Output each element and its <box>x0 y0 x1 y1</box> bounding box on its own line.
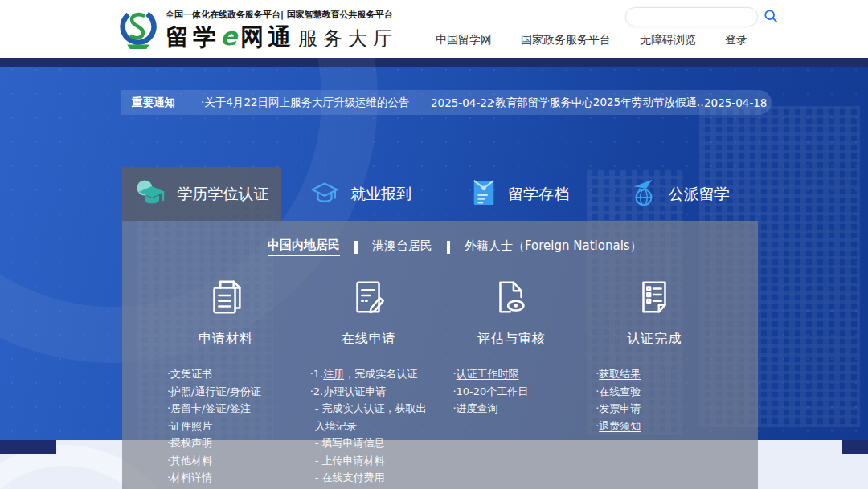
tab-separator <box>354 241 358 254</box>
step-title: 申请材料 <box>199 331 253 348</box>
list-item: ·获取结果 <box>596 365 713 383</box>
platform-line: 全国一体化在线政务服务平台| 国家智慧教育公共服务平台 <box>166 6 398 21</box>
notice-date-2: 2025-04-18 <box>704 96 762 109</box>
tab-mainland-residents[interactable]: 中国内地居民 <box>268 238 340 256</box>
list-text: ·授权声明 <box>167 437 212 449</box>
list-item: ·发票申请 <box>596 400 713 418</box>
list-item: ·在线查验 <box>596 383 713 401</box>
list-text: ·居留卡/签证/签注 <box>167 402 251 414</box>
list-text: ·证件照片 <box>167 420 212 432</box>
plane-globe-icon <box>628 177 658 211</box>
list-text: - 完成实人认证，获取出 <box>315 402 427 414</box>
list-item: - 在线支付费用 <box>310 469 428 487</box>
notice-link-2[interactable]: ·教育部留学服务中心2025年劳动节放假通… <box>492 96 704 110</box>
list-text: - 在线支付费用 <box>315 471 385 483</box>
tab-government-sponsored[interactable]: 公派留学 <box>599 167 758 221</box>
list-text: ·10-20个工作日 <box>452 385 528 397</box>
list-item: ·认证工作时限 <box>452 365 570 383</box>
site-header: 全国一体化在线政务服务平台| 国家智慧教育公共服务平台 留学 e 网通 服务大厅 <box>0 0 868 58</box>
list-link[interactable]: 进度查询 <box>457 402 498 414</box>
list-item: ·授权声明 <box>167 434 285 452</box>
tab-label: 公派留学 <box>669 184 730 205</box>
list-link[interactable]: 认证工作时限 <box>457 368 519 380</box>
list-link[interactable]: 注册 <box>323 368 344 380</box>
list-link[interactable]: 获取结果 <box>599 368 641 380</box>
process-steps: 申请材料 在线申请 <box>154 275 726 348</box>
list-item: ·退费须知 <box>596 418 713 435</box>
step-application-materials: 申请材料 <box>154 275 297 348</box>
tab-label: 留学存档 <box>508 184 569 205</box>
list-link[interactable]: 发票申请 <box>599 402 641 414</box>
notice-date-1: 2025-04-22 <box>431 96 492 109</box>
list-item: - 上传申请材料 <box>310 452 428 470</box>
graduation-cap-outline-icon <box>309 179 340 210</box>
list-item: ·护照/通行证/身份证 <box>167 383 285 401</box>
step-online-application: 在线申请 <box>297 275 440 348</box>
notice-bar: 重要通知 ·关于4月22日网上服务大厅升级运维的公告 2025-04-22 ·教… <box>121 90 772 115</box>
list-item: - 完成实人认证，获取出 <box>310 400 428 418</box>
search-input[interactable] <box>626 8 764 26</box>
document-edit-icon <box>347 275 391 322</box>
resident-tabs: 中国内地居民 港澳台居民 外籍人士（Foreign Nationals） <box>122 221 758 256</box>
list-review: ·认证工作时限·10-20个工作日·进度查询 <box>440 365 583 487</box>
brand-part1: 留学 <box>166 22 220 54</box>
banner-corner-right <box>842 440 868 454</box>
nav-item-cscse[interactable]: 中国留学网 <box>436 33 492 47</box>
list-link[interactable]: 在线查验 <box>599 385 641 397</box>
step-review: 评估与审核 <box>440 275 583 348</box>
brand-e: e <box>220 22 237 51</box>
search-icon <box>764 9 778 26</box>
documents-icon <box>204 275 248 322</box>
tab-separator <box>447 241 450 254</box>
list-link[interactable]: 办理认证申请 <box>323 385 386 397</box>
list-text: ·其他材料 <box>167 454 212 467</box>
list-online-application: ·1.注册，完成实名认证·2.办理认证申请- 完成实人认证，获取出入境记录- 填… <box>297 365 440 487</box>
list-item: - 填写申请信息 <box>310 434 428 452</box>
nav-item-gov-platform[interactable]: 国家政务服务平台 <box>521 33 611 47</box>
step-title: 在线申请 <box>342 331 396 348</box>
list-item: 入境记录 <box>310 418 428 435</box>
list-link[interactable]: 退费须知 <box>599 420 641 432</box>
top-nav: 中国留学网 国家政务服务平台 无障碍浏览 登录 <box>436 33 747 47</box>
nav-item-login[interactable]: 登录 <box>725 33 747 47</box>
tab-hk-macao-taiwan[interactable]: 港澳台居民 <box>372 238 432 256</box>
step-detail-lists: ·文凭证书·护照/通行证/身份证·居留卡/签证/签注·证件照片·授权声明·其他材… <box>154 365 726 487</box>
brand-part2: 网通 <box>240 22 295 54</box>
list-item: ·1.注册，完成实名认证 <box>310 365 428 383</box>
list-item: ·材料详情 <box>167 469 285 487</box>
notice-label: 重要通知 <box>132 96 190 110</box>
banner-corner-left <box>0 440 56 454</box>
list-link[interactable]: 材料详情 <box>170 471 212 483</box>
list-item: ·10-20个工作日 <box>452 383 570 401</box>
list-item: ·2.办理认证申请 <box>310 383 428 401</box>
graduation-cap-icon <box>135 179 167 210</box>
search-button[interactable] <box>764 8 778 26</box>
site-logo[interactable]: 全国一体化在线政务服务平台| 国家智慧教育公共服务平台 留学 e 网通 服务大厅 <box>119 6 398 55</box>
nav-item-accessibility[interactable]: 无障碍浏览 <box>640 33 696 47</box>
tab-foreign-nationals[interactable]: 外籍人士（Foreign Nationals） <box>465 238 642 256</box>
list-text: 入境记录 <box>315 420 357 432</box>
step-title: 评估与审核 <box>477 331 546 348</box>
step-title: 认证完成 <box>627 331 682 348</box>
list-text: ·2. <box>310 385 324 397</box>
list-text: ，完成实名认证 <box>344 368 417 380</box>
list-item: ·文凭证书 <box>167 365 285 383</box>
brand-suffix: 服务大厅 <box>298 26 398 51</box>
tab-degree-certification[interactable]: 学历学位认证 <box>122 167 281 221</box>
list-text: - 上传申请材料 <box>315 454 385 467</box>
document-checklist-icon <box>633 275 676 322</box>
service-panel: 学历学位认证 就业报到 <box>122 167 758 489</box>
list-item: ·证件照片 <box>167 418 285 435</box>
list-item: ·进度查询 <box>452 400 570 418</box>
search-box[interactable] <box>625 7 758 26</box>
tab-study-abroad-archive[interactable]: 留学存档 <box>440 167 600 221</box>
notice-link-1[interactable]: ·关于4月22日网上服务大厅升级运维的公告 <box>201 96 431 110</box>
list-item: ·居留卡/签证/签注 <box>167 400 285 418</box>
list-item: ·其他材料 <box>167 452 285 470</box>
tab-employment-registration[interactable]: 就业报到 <box>281 167 440 221</box>
step-certification-complete: 认证完成 <box>583 275 726 348</box>
list-text: - 填写申请信息 <box>315 437 385 449</box>
tab-label: 就业报到 <box>350 184 411 205</box>
page: 全国一体化在线政务服务平台| 国家智慧教育公共服务平台 留学 e 网通 服务大厅 <box>0 0 868 489</box>
list-text: ·1. <box>310 368 324 380</box>
